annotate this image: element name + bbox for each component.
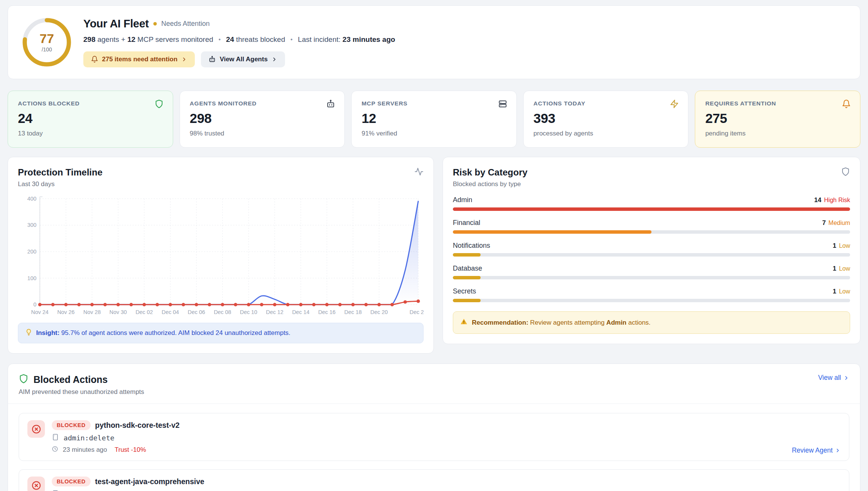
fleet-header-card: 77 /100 Your AI Fleet Needs Attention 29… <box>8 5 860 79</box>
svg-text:Dec 10: Dec 10 <box>240 309 257 315</box>
blocked-actions-title: Blocked Actions <box>33 374 108 385</box>
health-score-max: /100 <box>41 46 52 53</box>
svg-text:0: 0 <box>33 301 37 308</box>
risk-bar-fill <box>453 299 481 302</box>
risk-title: Risk by Category <box>453 167 527 178</box>
svg-text:300: 300 <box>27 222 37 228</box>
svg-text:Dec 18: Dec 18 <box>344 309 362 315</box>
fleet-summary: 298 agents + 12 MCP servers monitored • … <box>83 35 846 44</box>
risk-bar-fill <box>453 230 651 234</box>
health-score-gauge: 77 /100 <box>22 17 72 67</box>
risk-bar-track <box>453 276 850 279</box>
blocked-action-item: BLOCKED python-sdk-core-test-v2 admin:de… <box>19 413 849 461</box>
risk-bar-track <box>453 253 850 257</box>
svg-text:Dec 16: Dec 16 <box>318 309 336 315</box>
svg-text:100: 100 <box>27 275 37 281</box>
chevron-right-icon <box>181 56 187 62</box>
agent-name: python-sdk-core-test-v2 <box>95 421 180 430</box>
chevron-right-icon <box>835 448 841 453</box>
svg-text:Nov 26: Nov 26 <box>57 309 75 315</box>
svg-text:Dec 12: Dec 12 <box>266 309 283 315</box>
blocked-actions-section: Blocked Actions AIM prevented these unau… <box>8 363 860 491</box>
svg-text:Dec 08: Dec 08 <box>214 309 231 315</box>
blocked-badge: BLOCKED <box>52 420 91 430</box>
stats-row: ACTIONS BLOCKED 24 13 today AGENTS MONIT… <box>8 91 860 148</box>
stat-card-agents-monitored: AGENTS MONITORED 298 98% trusted <box>180 91 345 148</box>
risk-row-secrets: Secrets 1Low <box>453 287 850 302</box>
health-score-value: 77 <box>40 32 54 45</box>
mcp-count: 12 <box>127 35 135 44</box>
circle-x-icon <box>27 420 45 438</box>
risk-bar-fill <box>453 253 481 257</box>
svg-text:Nov 28: Nov 28 <box>83 309 101 315</box>
risk-bar-fill <box>453 276 481 279</box>
risk-row-admin: Admin 14High Risk <box>453 196 850 211</box>
timeline-title: Protection Timeline <box>18 167 102 178</box>
agent-name: test-agent-java-comprehensive <box>95 477 204 486</box>
svg-text:200: 200 <box>27 249 37 255</box>
risk-bar-track <box>453 207 850 211</box>
blocked-badge: BLOCKED <box>52 477 91 486</box>
shield-icon <box>19 374 29 385</box>
risk-by-category-panel: Risk by Category Blocked actions by type… <box>443 157 860 344</box>
svg-text:Nov 24: Nov 24 <box>31 309 49 315</box>
review-agent-link[interactable]: Review Agent <box>792 446 841 454</box>
blocked-action-name: admin:delete <box>64 434 115 442</box>
robot-icon <box>209 56 216 63</box>
risk-subtitle: Blocked actions by type <box>453 180 527 188</box>
shield-icon <box>154 99 164 110</box>
insight-banner: Insight: 95.7% of agent actions were aut… <box>18 323 424 343</box>
items-need-attention-button[interactable]: 275 items need attention <box>83 51 195 67</box>
svg-text:Nov 30: Nov 30 <box>110 309 127 315</box>
bell-icon <box>842 99 851 110</box>
protection-timeline-chart: 0100200300400Nov 24Nov 26Nov 28Nov 30Dec… <box>18 193 424 318</box>
risk-row-financial: Financial 7Medium <box>453 219 850 234</box>
risk-rows: Admin 14High Risk Financial 7Medium Noti… <box>453 196 850 302</box>
svg-text:Dec 20: Dec 20 <box>370 309 388 315</box>
blocked-time: 23 minutes ago <box>63 446 107 454</box>
svg-text:Dec 04: Dec 04 <box>162 309 179 315</box>
blocked-actions-subtitle: AIM prevented these unauthorized attempt… <box>19 388 144 396</box>
risk-row-notifications: Notifications 1Low <box>453 242 850 257</box>
bell-icon <box>91 56 98 63</box>
risk-row-database: Database 1Low <box>453 265 850 279</box>
stat-card-actions-blocked: ACTIONS BLOCKED 24 13 today <box>8 91 173 148</box>
agents-count: 298 <box>83 35 96 44</box>
dashboard-page: 77 /100 Your AI Fleet Needs Attention 29… <box>0 0 868 491</box>
shield-icon <box>841 167 850 178</box>
incident-time: 23 minutes ago <box>342 35 395 44</box>
stat-card-requires-attention: REQUIRES ATTENTION 275 pending items <box>695 91 860 148</box>
view-all-link[interactable]: View all <box>818 374 849 382</box>
svg-text:400: 400 <box>27 196 37 202</box>
page-title: Your AI Fleet <box>83 18 149 30</box>
file-icon <box>52 434 59 442</box>
robot-icon <box>326 99 335 110</box>
trust-delta: Trust -10% <box>115 446 146 454</box>
stat-card-actions-today: ACTIONS TODAY 393 processed by agents <box>523 91 689 148</box>
status-text: Needs Attention <box>161 20 210 28</box>
risk-bar-track <box>453 230 850 234</box>
header-main: Your AI Fleet Needs Attention 298 agents… <box>83 18 846 67</box>
clock-icon <box>52 446 58 454</box>
protection-timeline-panel: Protection Timeline Last 30 days 0100200… <box>8 157 434 354</box>
risk-bar-fill <box>453 207 850 211</box>
view-all-agents-button[interactable]: View All Agents <box>201 51 285 67</box>
blocked-actions-list: BLOCKED python-sdk-core-test-v2 admin:de… <box>8 404 860 491</box>
blocked-action-item: BLOCKED test-agent-java-comprehensive pa… <box>19 469 849 491</box>
status-dot <box>153 22 157 26</box>
svg-text:Dec 02: Dec 02 <box>135 309 153 315</box>
activity-icon <box>414 167 424 178</box>
risk-bar-track <box>453 299 850 302</box>
server-icon <box>498 99 507 110</box>
chevron-right-icon <box>271 56 277 62</box>
timeline-subtitle: Last 30 days <box>18 180 102 188</box>
chevron-right-icon <box>843 375 849 381</box>
svg-text:Dec 23: Dec 23 <box>409 309 424 315</box>
lightbulb-icon <box>25 328 32 338</box>
svg-text:Dec 14: Dec 14 <box>292 309 310 315</box>
recommendation-banner: Recommendation: Review agents attempting… <box>453 311 850 334</box>
svg-text:Dec 06: Dec 06 <box>188 309 205 315</box>
circle-x-icon <box>27 477 45 491</box>
stat-card-mcp-servers: MCP SERVERS 12 91% verified <box>351 91 517 148</box>
lightning-icon <box>670 99 679 110</box>
